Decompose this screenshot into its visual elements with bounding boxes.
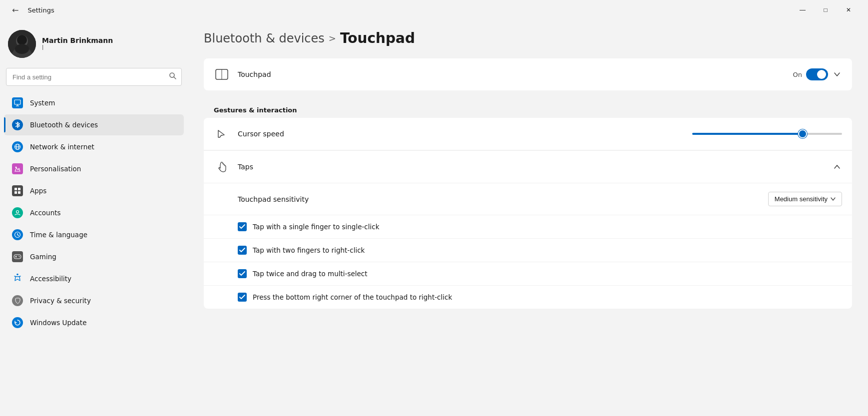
svg-point-25	[18, 256, 19, 257]
touchpad-toggle-label: On	[793, 71, 802, 78]
checkbox-double-drag[interactable]	[238, 269, 247, 278]
sidebar-item-label-accessibility: Accessibility	[30, 275, 71, 283]
sidebar-item-network[interactable]: Network & internet	[4, 136, 184, 157]
sensitivity-control: Medium sensitivity	[768, 192, 842, 206]
sensitivity-row: Touchpad sensitivity Medium sensitivity	[204, 183, 852, 215]
sidebar: Martin Brinkmann l	[0, 20, 188, 416]
user-info: Martin Brinkmann l	[42, 36, 113, 51]
sensitivity-dropdown-value: Medium sensitivity	[775, 195, 828, 203]
checkbox-row-single: Tap with a single finger to single-click	[204, 215, 852, 239]
sidebar-item-label-personalisation: Personalisation	[30, 165, 81, 173]
taps-icon	[214, 159, 230, 175]
sidebar-item-label-time: Time & language	[30, 231, 87, 239]
gestures-panel: Cursor speed Taps	[204, 118, 852, 309]
search-bar	[6, 68, 182, 86]
svg-rect-7	[14, 100, 20, 104]
checkbox-label-single-finger: Tap with a single finger to single-click	[253, 223, 380, 231]
sensitivity-dropdown[interactable]: Medium sensitivity	[768, 192, 842, 206]
taps-label: Taps	[238, 163, 832, 171]
system-icon	[12, 97, 23, 108]
touchpad-icon	[214, 66, 230, 82]
sensitivity-label: Touchpad sensitivity	[238, 195, 768, 203]
svg-point-4	[15, 44, 29, 54]
sidebar-item-label-update: Windows Update	[30, 319, 86, 327]
touchpad-label: Touchpad	[238, 70, 793, 78]
touchpad-expand-button[interactable]	[832, 70, 842, 78]
sidebar-item-label-privacy: Privacy & security	[30, 297, 91, 305]
checkbox-label-double-drag: Tap twice and drag to multi-select	[253, 270, 368, 278]
svg-rect-17	[18, 191, 20, 194]
svg-rect-15	[18, 188, 20, 190]
taps-header-row[interactable]: Taps	[204, 151, 852, 183]
svg-rect-14	[14, 188, 17, 190]
sidebar-item-accounts[interactable]: Accounts	[4, 202, 184, 223]
taps-content: Touchpad sensitivity Medium sensitivity	[204, 183, 852, 309]
user-sub: l	[42, 44, 113, 51]
sidebar-item-gaming[interactable]: Gaming	[4, 246, 184, 267]
checkbox-row-double-drag: Tap twice and drag to multi-select	[204, 262, 852, 286]
sidebar-item-apps[interactable]: Apps	[4, 180, 184, 201]
accounts-icon	[12, 207, 23, 218]
checkbox-two-finger[interactable]	[238, 246, 247, 255]
time-icon	[12, 229, 23, 240]
cursor-speed-row: Cursor speed	[204, 118, 852, 150]
sidebar-item-label-bluetooth: Bluetooth & devices	[30, 121, 98, 129]
sidebar-item-privacy[interactable]: Privacy & security	[4, 290, 184, 311]
checkbox-bottom-right[interactable]	[238, 293, 247, 302]
titlebar: ← Settings — □ ✕	[0, 0, 868, 20]
touchpad-row: Touchpad On	[204, 58, 852, 90]
user-name: Martin Brinkmann	[42, 36, 113, 44]
sidebar-item-label-apps: Apps	[30, 187, 46, 195]
user-profile: Martin Brinkmann l	[0, 24, 188, 68]
svg-point-3	[17, 35, 27, 45]
personalisation-icon	[12, 163, 23, 174]
svg-rect-16	[14, 191, 17, 194]
svg-point-26	[19, 257, 20, 258]
svg-point-18	[16, 211, 19, 213]
maximize-button[interactable]: □	[814, 2, 837, 18]
checkbox-label-bottom-right: Press the bottom right corner of the tou…	[253, 293, 452, 301]
window-title: Settings	[27, 6, 54, 14]
content-area: Bluetooth & devices > Touchpad Touchpad …	[188, 20, 868, 416]
back-button[interactable]: ←	[8, 3, 22, 17]
gestures-section-header: Gestures & interaction	[204, 98, 852, 118]
checkbox-single-finger[interactable]	[238, 222, 247, 231]
search-input[interactable]	[6, 68, 182, 86]
breadcrumb-current: Touchpad	[340, 30, 415, 46]
sidebar-item-label-system: System	[30, 99, 55, 107]
close-button[interactable]: ✕	[837, 2, 860, 18]
sidebar-item-label-gaming: Gaming	[30, 253, 56, 261]
breadcrumb-parent[interactable]: Bluetooth & devices	[204, 31, 325, 45]
avatar	[8, 30, 36, 58]
sidebar-item-label-accounts: Accounts	[30, 209, 61, 217]
cursor-speed-icon	[214, 126, 230, 142]
cursor-speed-slider[interactable]	[692, 133, 842, 135]
breadcrumb-separator: >	[329, 33, 336, 43]
update-icon	[12, 317, 23, 328]
sidebar-item-system[interactable]: System	[4, 92, 184, 113]
cursor-speed-control	[692, 133, 842, 135]
privacy-icon	[12, 295, 23, 306]
svg-line-21	[17, 235, 19, 236]
accessibility-icon	[12, 273, 23, 284]
titlebar-controls: — □ ✕	[791, 2, 860, 18]
apps-icon	[12, 185, 23, 196]
touchpad-toggle[interactable]	[806, 68, 828, 80]
breadcrumb: Bluetooth & devices > Touchpad	[204, 30, 852, 46]
touchpad-panel: Touchpad On	[204, 58, 852, 90]
sidebar-item-time[interactable]: Time & language	[4, 224, 184, 245]
app-layout: Martin Brinkmann l	[0, 20, 868, 416]
cursor-speed-label: Cursor speed	[238, 130, 692, 138]
titlebar-left: ← Settings	[8, 3, 54, 17]
touchpad-toggle-wrap: On	[793, 68, 842, 80]
sidebar-item-update[interactable]: Windows Update	[4, 312, 184, 333]
bluetooth-icon	[12, 119, 23, 130]
network-icon	[12, 141, 23, 152]
sidebar-item-personalisation[interactable]: Personalisation	[4, 158, 184, 179]
checkbox-row-two-finger: Tap with two fingers to right-click	[204, 239, 852, 262]
sidebar-item-bluetooth[interactable]: Bluetooth & devices	[4, 114, 184, 135]
checkbox-row-bottom-right: Press the bottom right corner of the tou…	[204, 286, 852, 309]
taps-collapse-button[interactable]	[832, 163, 842, 171]
sidebar-item-accessibility[interactable]: Accessibility	[4, 268, 184, 289]
minimize-button[interactable]: —	[791, 2, 814, 18]
